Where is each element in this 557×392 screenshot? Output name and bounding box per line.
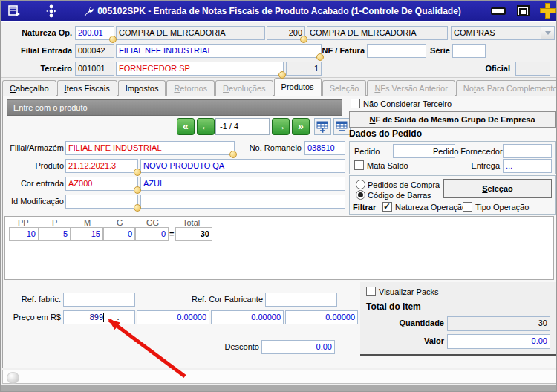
cor-desc-field[interactable]: AZUL [140, 177, 345, 191]
ref-cor-fabricante-label: Ref. Cor Fabricante [181, 295, 263, 304]
valor-field[interactable]: 0.00 [447, 334, 550, 349]
produto-code-field[interactable]: 21.12.2021.3 [65, 159, 138, 173]
titlebar: 005102SPK - Entrada de Notas Fiscais de … [1, 1, 557, 21]
tab-notas-para-complemento: Notas Para Complemento [456, 80, 557, 96]
filial-armazem-field[interactable]: FILIAL NFE INDUSTRIAL [65, 141, 235, 155]
nf-fatura-field[interactable] [367, 44, 426, 58]
nav-last-button[interactable]: » [292, 118, 310, 135]
tab-itens-fiscais[interactable]: Itens Fiscais [57, 80, 117, 96]
table-minus-icon [336, 121, 348, 133]
desconto-field[interactable]: 0.00 [261, 340, 335, 354]
filial-armazem-label: Filial/Armazém [3, 143, 64, 152]
grade-cell-p[interactable]: 5 [39, 227, 71, 241]
id-modificacao-label: Id Modificação [3, 197, 64, 206]
minimize-button[interactable] [491, 7, 506, 15]
grade-equals-sign: = [169, 229, 174, 238]
tipo-operacao-combobox[interactable]: COMPRAS [451, 26, 555, 40]
pedidos-de-compra-radio[interactable] [356, 180, 365, 189]
grade-cell-pp[interactable]: 10 [9, 227, 39, 241]
visualizar-packs-checkbox[interactable] [366, 287, 376, 296]
terceiro-num-field: 1 [286, 62, 322, 76]
serie-label: Série [426, 46, 450, 55]
tab-produtos[interactable]: Produtos [274, 78, 322, 96]
cor-code-field[interactable]: AZ000 [65, 177, 138, 191]
dropdown-arrow-icon[interactable] [541, 27, 554, 39]
nav-first-button[interactable]: « [177, 118, 195, 135]
nav-prev-button[interactable]: ← [197, 118, 215, 135]
produto-desc-field[interactable]: NOVO PRODUTO QA [140, 159, 345, 173]
grid-remove-button[interactable] [333, 118, 351, 135]
status-bar [2, 370, 556, 384]
pedido-fornecedor-field[interactable] [503, 144, 552, 158]
grade-cell-m[interactable]: 15 [71, 227, 103, 241]
grid-add-button[interactable] [314, 118, 331, 135]
tipo-operacao-checkbox[interactable] [463, 202, 472, 212]
produto-label: Produto [3, 161, 64, 170]
lookup-balloon-icon [300, 36, 307, 43]
table-plus-icon [316, 121, 329, 133]
lookup-balloon-icon [229, 151, 237, 158]
status-sphere-icon [7, 372, 19, 384]
invoice-header-form: Natureza Op. 200.01 COMPRA DE MERCADORIA… [1, 21, 557, 78]
entrega-label: Entrega [469, 161, 500, 170]
terceiro-label: Terceiro [4, 64, 72, 73]
nao-considerar-terceiro-label: Não Considerar Terceiro [363, 99, 452, 108]
valor-label: Valor [375, 336, 444, 345]
produtos-tab-content: Entre com o produto « ← -1 / 4 → » Filia… [2, 95, 556, 368]
mata-saldo-label: Mata Saldo [367, 161, 408, 170]
natureza-operacao-checkbox[interactable] [382, 202, 392, 212]
quantidade-field: 30 [447, 316, 550, 331]
lookup-balloon-icon [109, 36, 117, 43]
natureza-desc2-field: COMPRA DE MERCADORIA [307, 26, 448, 40]
entrega-field[interactable]: ... [503, 159, 552, 173]
close-plus-button[interactable] [540, 3, 556, 19]
filtrar-label: Filtrar [353, 203, 376, 212]
nf-saida-grupo-button[interactable]: NF de Saída do Mesmo Grupo De Empresa [349, 111, 556, 128]
ref-fabric-label: Ref. fabric. [3, 295, 61, 304]
tab-impostos[interactable]: Impostos [118, 80, 166, 96]
codigo-de-barras-label: Código de Barras [368, 191, 431, 200]
romaneio-field[interactable]: 038510 [304, 141, 345, 155]
record-counter-field[interactable]: -1 / 4 [215, 118, 270, 135]
tab-devolucoes: Devoluções [215, 80, 273, 96]
filial-entrada-label: Filial Entrada [4, 46, 72, 55]
grade-cell-gg[interactable]: 0 [135, 227, 169, 241]
nav-next-button[interactable]: → [272, 118, 290, 135]
preco2-field[interactable]: 0.00000 [137, 310, 209, 324]
tipo-operacao-label: Tipo Operação [475, 203, 529, 212]
mata-saldo-checkbox[interactable] [354, 160, 364, 170]
app-window: 005102SPK - Entrada de Notas Fiscais de … [0, 0, 557, 392]
total-do-item-panel: Visualizar Packs Total do Item Quantidad… [360, 282, 556, 356]
terceiro-desc-field[interactable]: FORNECEDOR SP [116, 62, 284, 76]
bottom-bar [1, 385, 557, 392]
preco3-field[interactable]: 0.00000 [211, 310, 284, 324]
tab-cabecalho[interactable]: Cabeçalho [2, 80, 56, 96]
maximize-button[interactable] [517, 5, 530, 16]
preco-field[interactable]: 899. [63, 310, 135, 324]
double-right-arrow-icon: » [298, 120, 304, 132]
preco-label: Preço em R$ [3, 313, 61, 321]
id-modificacao-code-field[interactable] [65, 195, 138, 209]
nao-considerar-terceiro-checkbox[interactable] [351, 99, 360, 108]
natureza-label: Natureza Op. [4, 28, 72, 37]
left-arrow-icon: ← [201, 120, 211, 132]
pedido-fornecedor-label: Pedido Fornecedor [433, 147, 503, 156]
filial-desc-field[interactable]: FILIAL NFE INDUSTRIAL [116, 44, 322, 58]
grade-total-field: 30 [175, 227, 212, 241]
grade-header-p: P [52, 218, 57, 227]
ref-cor-fabricante-field[interactable] [265, 293, 337, 307]
tab-selecao: Seleção [322, 80, 367, 96]
oficial-field [515, 62, 550, 76]
selecao-button[interactable]: Seleção [443, 179, 552, 198]
preco4-field[interactable]: 0.00000 [285, 310, 358, 324]
ref-fabric-field[interactable] [63, 293, 135, 307]
tab-retornos: Retornos [166, 80, 215, 96]
serie-field[interactable] [452, 44, 486, 58]
natureza-desc-field: COMPRA DE MERCADORIA [116, 26, 265, 40]
natureza-code-field[interactable]: 200.01 [75, 26, 114, 40]
id-modificacao-desc-field[interactable] [140, 195, 345, 209]
romaneio-label: No. Romaneio [247, 143, 302, 152]
codigo-de-barras-radio[interactable] [356, 190, 365, 200]
grade-cell-g[interactable]: 0 [103, 227, 135, 241]
quantidade-label: Quantidade [375, 318, 444, 327]
